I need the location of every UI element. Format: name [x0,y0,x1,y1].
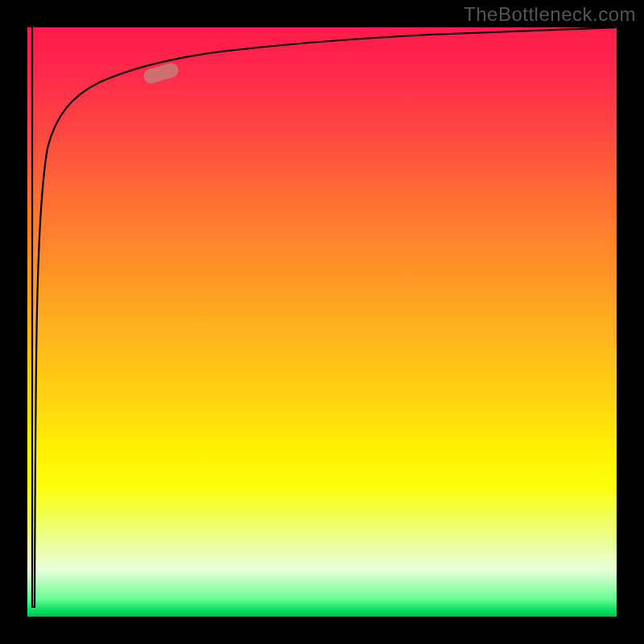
watermark-text: TheBottleneck.com [464,3,636,26]
curve-layer [27,27,617,617]
bottleneck-curve [32,27,617,607]
chart-frame [0,0,644,644]
